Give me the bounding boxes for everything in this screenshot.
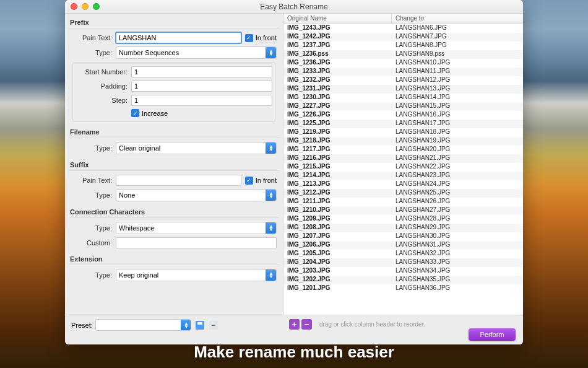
marketing-caption: Make rename much easier [0, 343, 588, 362]
table-row[interactable]: IMG_1202.JPGLANGSHAN35.JPG [283, 276, 523, 284]
suffix-infront-checkbox[interactable]: ✓ [245, 177, 253, 185]
file-rows[interactable]: IMG_1243.JPGLANGSHAN6.JPGIMG_1242.JPGLAN… [283, 24, 523, 315]
table-row[interactable]: IMG_1237.JPGLANGSHAN8.JPG [283, 42, 523, 50]
table-row[interactable]: IMG_1205.JPGLANGSHAN32.JPG [283, 250, 523, 258]
table-row[interactable]: IMG_1215.JPGLANGSHAN22.JPG [283, 163, 523, 172]
table-row[interactable]: IMG_1216.JPGLANGSHAN21.JPG [283, 154, 523, 163]
change-to-cell: LANGSHAN27.JPG [392, 206, 523, 215]
change-to-cell: LANGSHAN29.JPG [392, 224, 523, 232]
original-name-cell: IMG_1214.JPG [283, 172, 392, 180]
table-row[interactable]: IMG_1218.JPGLANGSHAN19.JPG [283, 137, 523, 146]
table-row[interactable]: IMG_1201.JPGLANGSHAN36.JPG [283, 284, 523, 293]
prefix-type-select[interactable]: Number Sequences▲▼ [116, 46, 277, 59]
padding-label: Padding: [76, 82, 131, 90]
change-to-cell: LANGSHAN11.JPG [392, 68, 523, 76]
change-to-cell: LANGSHAN32.JPG [392, 250, 523, 258]
original-name-cell: IMG_1213.JPG [283, 180, 392, 189]
file-list-panel: Original Name Change to IMG_1243.JPGLANG… [283, 14, 523, 315]
table-row[interactable]: IMG_1217.JPGLANGSHAN20.JPG [283, 146, 523, 154]
table-row[interactable]: IMG_1206.JPGLANGSHAN31.JPG [283, 241, 523, 250]
original-name-cell: IMG_1243.JPG [283, 24, 392, 33]
footer-hint: drag or click column header to reorder. [319, 321, 425, 328]
change-to-cell: LANGSHAN24.JPG [392, 180, 523, 189]
original-name-cell: IMG_1212.JPG [283, 189, 392, 198]
original-name-cell: IMG_1233.JPG [283, 68, 392, 76]
perform-button[interactable]: Perform [469, 328, 516, 341]
table-row[interactable]: IMG_1219.JPGLANGSHAN18.JPG [283, 128, 523, 137]
table-row[interactable]: IMG_1231.JPGLANGSHAN13.JPG [283, 85, 523, 94]
table-row[interactable]: IMG_1242.JPGLANGSHAN7.JPG [283, 33, 523, 42]
table-row[interactable]: IMG_1226.JPGLANGSHAN16.JPG [283, 111, 523, 120]
original-name-cell: IMG_1209.JPG [283, 215, 392, 224]
save-preset-icon[interactable] [195, 320, 205, 330]
connection-type-label: Type: [71, 224, 116, 232]
prefix-infront-checkbox[interactable]: ✓ [245, 34, 253, 42]
table-row[interactable]: IMG_1232.JPGLANGSHAN12.JPG [283, 76, 523, 85]
change-to-cell: LANGSHAN36.JPG [392, 284, 523, 293]
preset-select[interactable]: ▲▼ [95, 319, 191, 331]
filename-type-select[interactable]: Clean original▲▼ [116, 142, 277, 154]
original-name-cell: IMG_1211.JPG [283, 198, 392, 206]
extension-type-select[interactable]: Keep original▲▼ [116, 269, 277, 281]
table-row[interactable]: IMG_1214.JPGLANGSHAN23.JPG [283, 172, 523, 180]
table-row[interactable]: IMG_1233.JPGLANGSHAN11.JPG [283, 68, 523, 76]
delete-preset-icon[interactable]: − [209, 320, 218, 330]
original-name-cell: IMG_1201.JPG [283, 284, 392, 293]
table-row[interactable]: IMG_1236.pssLANGSHAN9.pss [283, 50, 523, 59]
step-input[interactable] [131, 95, 272, 106]
change-to-cell: LANGSHAN18.JPG [392, 128, 523, 137]
change-to-cell: LANGSHAN12.JPG [392, 76, 523, 85]
change-to-cell: LANGSHAN34.JPG [392, 267, 523, 276]
table-row[interactable]: IMG_1204.JPGLANGSHAN33.JPG [283, 258, 523, 267]
suffix-type-select[interactable]: None▲▼ [116, 189, 277, 201]
change-to-cell: LANGSHAN17.JPG [392, 120, 523, 128]
connection-heading: Connection Characters [69, 206, 279, 218]
suffix-text-input[interactable] [116, 175, 241, 186]
add-button[interactable]: + [289, 319, 300, 330]
change-to-cell: LANGSHAN9.pss [392, 50, 523, 59]
original-name-cell: IMG_1232.JPG [283, 76, 392, 85]
table-row[interactable]: IMG_1207.JPGLANGSHAN30.JPG [283, 232, 523, 241]
original-name-cell: IMG_1231.JPG [283, 85, 392, 94]
original-name-cell: IMG_1206.JPG [283, 241, 392, 250]
prefix-text-input[interactable] [116, 32, 241, 43]
app-window: Easy Batch Rename Prefix Pain Text: ✓ In… [65, 0, 523, 344]
original-name-cell: IMG_1236.JPG [283, 59, 392, 68]
column-original-name[interactable]: Original Name [283, 14, 392, 24]
footer-bar: Preset: ▲▼ − + − drag or click column he… [65, 315, 523, 344]
table-row[interactable]: IMG_1225.JPGLANGSHAN17.JPG [283, 120, 523, 128]
table-row[interactable]: IMG_1213.JPGLANGSHAN24.JPG [283, 180, 523, 189]
original-name-cell: IMG_1216.JPG [283, 154, 392, 163]
change-to-cell: LANGSHAN8.JPG [392, 42, 523, 50]
prefix-heading: Prefix [69, 16, 279, 28]
titlebar[interactable]: Easy Batch Rename [65, 0, 523, 14]
change-to-cell: LANGSHAN21.JPG [392, 154, 523, 163]
table-row[interactable]: IMG_1210.JPGLANGSHAN27.JPG [283, 206, 523, 215]
table-row[interactable]: IMG_1236.JPGLANGSHAN10.JPG [283, 59, 523, 68]
table-row[interactable]: IMG_1212.JPGLANGSHAN25.JPG [283, 189, 523, 198]
original-name-cell: IMG_1202.JPG [283, 276, 392, 284]
change-to-cell: LANGSHAN22.JPG [392, 163, 523, 172]
prefix-type-label: Type: [71, 49, 116, 56]
table-row[interactable]: IMG_1211.JPGLANGSHAN26.JPG [283, 198, 523, 206]
original-name-cell: IMG_1237.JPG [283, 42, 392, 50]
suffix-type-label: Type: [71, 191, 116, 199]
table-row[interactable]: IMG_1227.JPGLANGSHAN15.JPG [283, 102, 523, 111]
original-name-cell: IMG_1204.JPG [283, 258, 392, 267]
remove-button[interactable]: − [301, 319, 312, 330]
connection-type-select[interactable]: Whitespace▲▼ [116, 222, 277, 234]
increase-checkbox[interactable]: ✓ [131, 109, 139, 117]
padding-input[interactable] [131, 81, 272, 92]
column-change-to[interactable]: Change to [392, 14, 523, 24]
table-row[interactable]: IMG_1243.JPGLANGSHAN6.JPG [283, 24, 523, 33]
table-row[interactable]: IMG_1208.JPGLANGSHAN29.JPG [283, 224, 523, 232]
change-to-cell: LANGSHAN25.JPG [392, 189, 523, 198]
table-row[interactable]: IMG_1203.JPGLANGSHAN34.JPG [283, 267, 523, 276]
filename-type-label: Type: [71, 144, 116, 152]
start-number-input[interactable] [131, 66, 272, 77]
table-row[interactable]: IMG_1230.JPGLANGSHAN14.JPG [283, 94, 523, 102]
connection-custom-label: Custom: [71, 239, 116, 247]
connection-custom-input[interactable] [116, 237, 277, 248]
table-row[interactable]: IMG_1209.JPGLANGSHAN28.JPG [283, 215, 523, 224]
prefix-infront-label: In front [256, 34, 277, 42]
